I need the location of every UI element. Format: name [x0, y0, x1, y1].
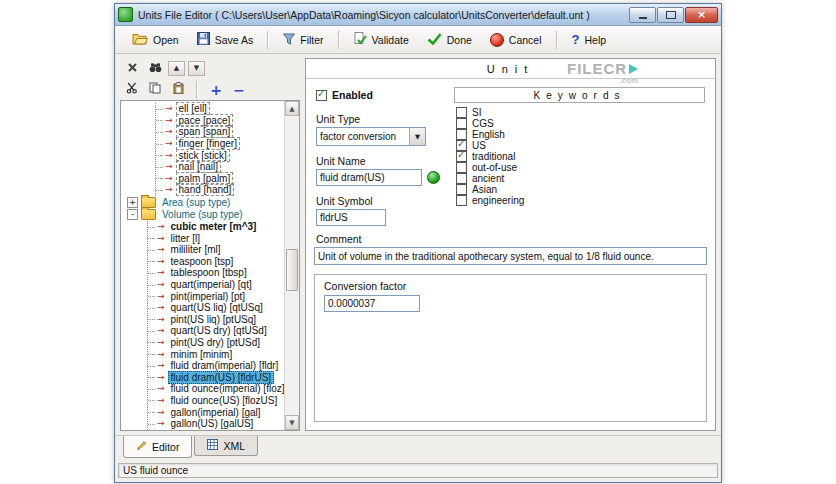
- tree-item[interactable]: → fluid ounce(imperial) [floz]: [148, 383, 285, 395]
- scroll-up-icon[interactable]: ▲: [285, 101, 299, 116]
- paste-button[interactable]: [168, 81, 188, 98]
- tree-item[interactable]: → finger [finger]: [156, 138, 285, 150]
- tab-xml[interactable]: XML: [194, 436, 258, 456]
- done-button[interactable]: Done: [418, 29, 481, 50]
- unit-arrow-icon: →: [157, 373, 165, 382]
- keyword-checkbox-row[interactable]: US: [456, 140, 705, 151]
- tree-item[interactable]: → gallon(imperial) [gal]: [148, 406, 285, 418]
- tree-item[interactable]: → tablespoon [tbsp]: [148, 267, 285, 279]
- minus-icon: −: [233, 83, 245, 97]
- cut-button[interactable]: [122, 81, 142, 98]
- tree-item[interactable]: → bushel [bu]: [148, 429, 285, 430]
- tree-item[interactable]: → cubic meter [m^3]: [148, 221, 285, 233]
- enabled-checkbox-row[interactable]: Enabled: [316, 89, 440, 101]
- tree-item[interactable]: → nail [nail]: [156, 161, 285, 173]
- keyword-checkbox-row[interactable]: Asian: [456, 184, 705, 195]
- tree-item[interactable]: → quart(imperial) [qt]: [148, 279, 285, 291]
- expand-plus-icon[interactable]: +: [127, 197, 138, 208]
- clear-button[interactable]: [122, 60, 142, 77]
- tree-item[interactable]: → quart(US liq) [qtUSq]: [148, 302, 285, 314]
- minimize-button[interactable]: [629, 7, 656, 23]
- tree-item[interactable]: → minim [minim]: [148, 348, 285, 360]
- enabled-checkbox[interactable]: [316, 90, 327, 101]
- keyword-checkbox[interactable]: [456, 162, 467, 173]
- help-button[interactable]: ? Help: [563, 29, 616, 50]
- keyword-checkbox-row[interactable]: English: [456, 129, 705, 140]
- tree-item[interactable]: → fluid dram(imperial) [fldr]: [148, 360, 285, 372]
- keyword-checkbox[interactable]: [456, 118, 467, 129]
- unit-arrow-icon: →: [165, 139, 173, 148]
- tree-item[interactable]: → fluid ounce(US) [flozUS]: [148, 395, 285, 407]
- filter-button[interactable]: Filter: [274, 29, 332, 50]
- move-up-button[interactable]: ▲: [168, 61, 185, 76]
- open-button[interactable]: Open: [123, 29, 188, 50]
- tree-folder-area[interactable]: + Area (sup type): [127, 196, 285, 209]
- unit-type-select[interactable]: factor conversion ▼: [316, 127, 426, 146]
- volume-units-branch: → cubic meter [m^3] → litter [l] →: [147, 221, 285, 430]
- main-toolbar: Open Save As Filter Validate Done Cancel…: [115, 26, 721, 54]
- tree-scroll-area[interactable]: → ell [ell] → pace [pace] → span [: [121, 101, 285, 430]
- maximize-icon: [666, 11, 676, 19]
- keyword-checkbox-row[interactable]: engineering: [456, 195, 705, 206]
- keyword-checkbox[interactable]: [456, 107, 467, 118]
- unit-arrow-icon: →: [157, 350, 165, 359]
- chevron-down-icon[interactable]: ▼: [409, 128, 425, 145]
- keyword-label: out-of-use: [472, 162, 517, 173]
- conversion-factor-input[interactable]: 0.0000037: [324, 295, 420, 312]
- tree-item[interactable]: → hand [hand]: [156, 184, 285, 196]
- close-button[interactable]: ×: [685, 7, 718, 23]
- tree-folder-volume[interactable]: - Volume (sup type): [127, 208, 285, 221]
- cancel-button[interactable]: Cancel: [481, 29, 551, 50]
- tree-item[interactable]: → pint(US dry) [ptUSd]: [148, 337, 285, 349]
- maximize-button[interactable]: [657, 7, 684, 23]
- tree-item[interactable]: → palm [palm]: [156, 173, 285, 185]
- plus-icon: +: [210, 83, 222, 97]
- keyword-checkbox-row[interactable]: SI: [456, 107, 705, 118]
- unit-group-title: Unit: [306, 59, 715, 79]
- scissors-icon: [126, 82, 138, 97]
- collapse-minus-icon[interactable]: -: [127, 209, 138, 220]
- tree-item[interactable]: → pint(imperial) [pt]: [148, 290, 285, 302]
- tab-editor[interactable]: Editor: [123, 436, 192, 458]
- unit-arrow-icon: →: [157, 245, 165, 254]
- copy-button[interactable]: [145, 81, 165, 98]
- keyword-checkbox[interactable]: [456, 173, 467, 184]
- filter-label: Filter: [300, 34, 323, 46]
- scroll-down-icon[interactable]: ▼: [285, 415, 299, 430]
- tree-item[interactable]: → pint(US liq) [ptUSq]: [148, 314, 285, 326]
- validate-button[interactable]: Validate: [345, 29, 418, 50]
- find-button[interactable]: [145, 60, 165, 77]
- keyword-checkbox-row[interactable]: ancient: [456, 173, 705, 184]
- tree-item[interactable]: → span [span]: [156, 126, 285, 138]
- keywords-column: Keywords SI CGS: [454, 84, 705, 226]
- tree-item[interactable]: → stick [stick]: [156, 149, 285, 161]
- keyword-checkbox-row[interactable]: traditional: [456, 151, 705, 162]
- unit-symbol-input[interactable]: fldrUS: [316, 209, 386, 226]
- tree-item[interactable]: → ell [ell]: [156, 103, 285, 115]
- paste-icon: [173, 82, 184, 97]
- units-tree: → ell [ell] → pace [pace] → span [: [120, 100, 300, 431]
- move-down-button[interactable]: ▼: [188, 61, 205, 76]
- remove-unit-button[interactable]: −: [229, 81, 249, 98]
- app-icon: [118, 7, 133, 22]
- tree-item[interactable]: → litter [l]: [148, 232, 285, 244]
- keyword-checkbox[interactable]: [456, 151, 467, 162]
- tree-item[interactable]: → gallon(US) [galUS]: [148, 418, 285, 430]
- tree-item[interactable]: → teaspoon [tsp]: [148, 256, 285, 268]
- save-as-button[interactable]: Save As: [188, 29, 263, 50]
- keyword-checkbox[interactable]: [456, 195, 467, 206]
- tree-item[interactable]: → quart(US dry) [qtUSd]: [148, 325, 285, 337]
- tree-item[interactable]: → fluid dram(US) [fldrUS]: [148, 371, 285, 383]
- add-unit-button[interactable]: +: [206, 81, 226, 98]
- keyword-checkbox-row[interactable]: CGS: [456, 118, 705, 129]
- tree-scrollbar[interactable]: ▲ ▼: [284, 101, 299, 430]
- tree-item[interactable]: → pace [pace]: [156, 115, 285, 127]
- unit-name-input[interactable]: fluid dram(US): [316, 169, 422, 186]
- unit-arrow-icon: →: [165, 162, 173, 171]
- keyword-checkbox[interactable]: [456, 184, 467, 195]
- comment-input[interactable]: Unit of volume in the traditional apothe…: [314, 247, 707, 265]
- keyword-checkbox-row[interactable]: out-of-use: [456, 162, 705, 173]
- tree-item[interactable]: → mililiter [ml]: [148, 244, 285, 256]
- scrollbar-thumb[interactable]: [286, 249, 298, 291]
- help-label: Help: [584, 34, 606, 46]
